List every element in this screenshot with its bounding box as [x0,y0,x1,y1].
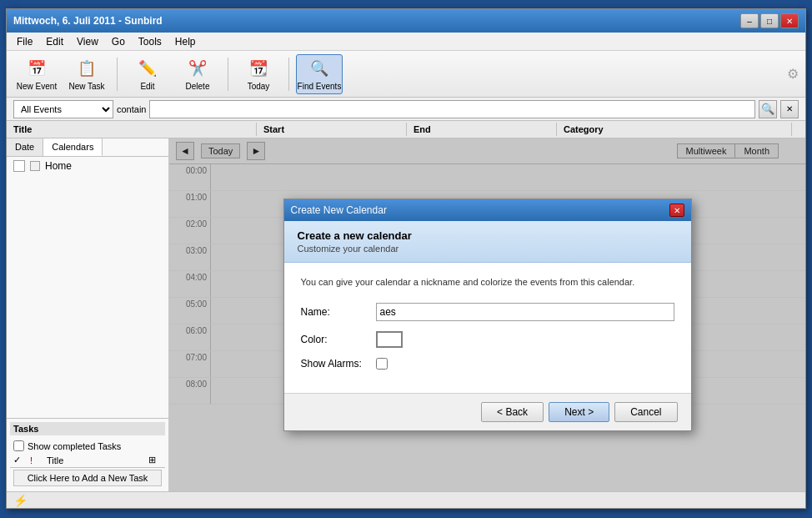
main-window: Mittwoch, 6. Juli 2011 - Sunbird – □ ✕ F… [6,8,806,509]
new-task-icon: 📋 [75,57,98,80]
dialog-title-bar: Create New Calendar ✕ [284,199,691,221]
window-controls: – □ ✕ [740,13,799,28]
gear-icon: ⚙ [787,66,799,82]
status-icon: ⚡ [13,494,28,507]
sidebar-tabs: Date Calendars [7,138,168,157]
dialog-header-title: Create a new calendar [298,229,678,242]
minimize-button[interactable]: – [740,13,759,28]
today-button[interactable]: 📆 Today [235,54,282,94]
toolbar-separator-3 [288,58,289,91]
close-button[interactable]: ✕ [780,13,799,28]
search-clear-button[interactable]: ✕ [780,100,799,118]
show-completed-checkbox[interactable] [13,440,24,451]
dialog-header: Create a new calendar Customize your cal… [284,221,691,263]
menu-tools[interactable]: Tools [132,34,168,49]
show-alarms-checkbox[interactable] [376,358,388,370]
title-bar: Mittwoch, 6. Juli 2011 - Sunbird – □ ✕ [7,9,805,33]
menu-help[interactable]: Help [168,34,203,49]
col-category: Category [557,123,792,136]
search-input[interactable] [149,100,755,118]
calendar-home-color [30,161,40,171]
menu-file[interactable]: File [10,34,39,49]
status-bar: ⚡ [7,491,805,508]
dialog-description: You can give your calendar a nickname an… [301,276,674,289]
edit-icon: ✏️ [136,57,159,80]
tasks-section: Tasks Show completed Tasks ✓ ! Title ⊞ C… [7,418,168,491]
form-row-alarms: Show Alarms: [301,358,674,370]
events-filter-select[interactable]: All Events Today This Week [13,100,113,118]
main-area: Date Calendars Home Tasks Show completed… [7,138,805,491]
delete-button[interactable]: ✂️ Delete [174,54,221,94]
new-task-button[interactable]: 📋 New Task [63,54,110,94]
dialog-close-button[interactable]: ✕ [669,204,684,217]
form-row-color: Color: [301,331,674,348]
search-button[interactable]: 🔍 [759,100,777,118]
dialog-header-subtitle: Customize your calendar [298,244,678,254]
col-title: Title [7,123,257,136]
menu-bar: File Edit View Go Tools Help [7,33,805,51]
menu-go[interactable]: Go [105,34,132,49]
cancel-button[interactable]: Cancel [614,402,677,422]
toolbar-separator-2 [228,58,228,91]
col-priority: ! [30,455,43,465]
color-label: Color: [301,334,376,345]
table-header: Title Start End Category [7,121,805,138]
window-title: Mittwoch, 6. Juli 2011 - Sunbird [13,15,163,27]
content-area: ◄ Today ► Multiweek Month 00:0001:0002:0… [169,138,805,491]
find-events-icon: 🔍 [308,57,331,80]
new-event-icon: 📅 [25,57,48,80]
dialog-body: You can give your calendar a nickname an… [284,263,691,392]
calendar-home-label: Home [45,160,72,172]
dialog-title: Create New Calendar [291,204,387,216]
add-new-task-button[interactable]: Click Here to Add a New Task [13,470,162,486]
search-contain-label: contain [117,104,146,114]
dialog-footer: < Back Next > Cancel [284,393,691,430]
calendar-home[interactable]: Home [7,157,168,175]
edit-button[interactable]: ✏️ Edit [124,54,171,94]
find-events-button[interactable]: 🔍 Find Events [296,54,343,94]
show-completed-tasks[interactable]: Show completed Tasks [10,439,165,453]
new-event-button[interactable]: 📅 New Event [13,54,60,94]
calendar-home-checkbox[interactable] [13,160,25,172]
next-button[interactable]: Next > [549,402,609,422]
col-start: Start [257,123,407,136]
create-calendar-dialog: Create New Calendar ✕ Create a new calen… [283,199,692,430]
sidebar: Date Calendars Home Tasks Show completed… [7,138,169,491]
maximize-button[interactable]: □ [760,13,779,28]
menu-edit[interactable]: Edit [39,34,70,49]
dialog-overlay: Create New Calendar ✕ Create a new calen… [169,138,805,491]
col-end: End [407,123,557,136]
show-alarms-label: Show Alarms: [301,358,376,370]
delete-icon: ✂️ [186,57,209,80]
sidebar-tab-date[interactable]: Date [7,138,43,156]
toolbar: 📅 New Event 📋 New Task ✏️ Edit ✂️ Delete… [7,51,805,98]
form-row-name: Name: [301,303,674,321]
back-button[interactable]: < Back [481,402,544,422]
table-corner [792,123,805,136]
col-check: ✓ [13,455,27,465]
color-picker-button[interactable] [376,331,403,348]
toolbar-separator-1 [117,58,118,91]
search-bar: All Events Today This Week contain 🔍 ✕ [7,98,805,121]
col-task-title: Title [47,455,145,465]
menu-view[interactable]: View [70,34,105,49]
col-task-action: ⊞ [148,455,162,465]
calendar-name-input[interactable] [376,303,674,321]
name-label: Name: [301,306,376,318]
sidebar-tab-calendars[interactable]: Calendars [43,138,103,156]
tasks-columns: ✓ ! Title ⊞ [10,453,165,468]
today-icon: 📆 [247,57,270,80]
tasks-header: Tasks [10,422,165,435]
